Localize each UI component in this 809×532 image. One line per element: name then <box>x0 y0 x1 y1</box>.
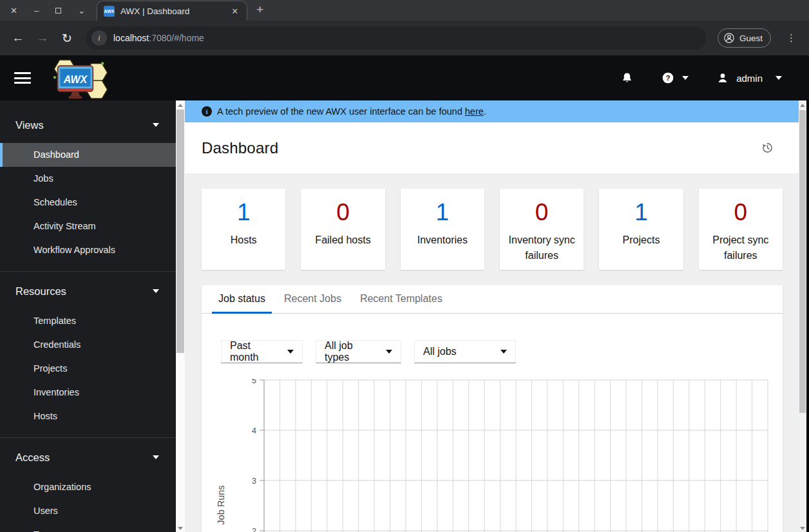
nav-items: DashboardJobsSchedulesActivity StreamWor… <box>0 143 176 262</box>
nav-toggle-hamburger-icon[interactable] <box>14 72 31 84</box>
summary-cards-row: 1Hosts0Failed hosts1Inventories0Inventor… <box>185 173 799 270</box>
card-value: 1 <box>436 198 450 227</box>
awx-logo[interactable]: AWX <box>44 59 111 100</box>
refresh-history-button[interactable] <box>759 140 776 157</box>
tab-job-status[interactable]: Job status <box>212 286 272 314</box>
select-value: All job types <box>325 340 372 363</box>
chevron-down-icon <box>386 350 392 354</box>
card-label: Failed hosts <box>315 233 370 248</box>
sidebar-item-hosts[interactable]: Hosts <box>0 404 176 428</box>
nav-group-title-resources[interactable]: Resources <box>0 278 176 304</box>
window-close-button[interactable]: ✕ <box>10 6 17 15</box>
profile-guest-button[interactable]: Guest <box>718 28 771 48</box>
svg-text:Job Runs: Job Runs <box>216 485 226 524</box>
sidebar-item-inventories[interactable]: Inventories <box>0 381 176 404</box>
page-scrollbar-thumb[interactable] <box>799 110 806 413</box>
sidebar-item-schedules[interactable]: Schedules <box>0 191 176 214</box>
bell-icon <box>621 71 633 84</box>
help-dropdown[interactable]: ? <box>661 71 689 84</box>
nav-group-views: ViewsDashboardJobsSchedulesActivity Stre… <box>0 112 176 272</box>
username-label: admin <box>736 73 763 84</box>
page-scrollbar[interactable] <box>799 100 806 532</box>
summary-card-inventory-sync-failures[interactable]: 0Inventory sync failures <box>500 189 584 270</box>
banner-text: A tech preview of the new AWX user inter… <box>217 106 486 117</box>
profile-guest-label: Guest <box>739 33 763 43</box>
back-button[interactable]: ← <box>8 28 28 48</box>
filter-select-all-job-types[interactable]: All job types <box>316 340 401 363</box>
card-label: Hosts <box>231 233 257 248</box>
nav-items: OrganizationsUsersTeams <box>0 475 176 532</box>
browser-tab-awx-dashboard[interactable]: AWX AWX | Dashboard ✕ <box>97 1 247 21</box>
chevron-down-icon <box>500 350 507 354</box>
sidebar-item-users[interactable]: Users <box>0 499 176 523</box>
window-minimize-button[interactable]: – <box>34 6 39 15</box>
page-title: Dashboard <box>202 139 278 157</box>
sidebar-item-credentials[interactable]: Credentials <box>0 333 176 357</box>
filter-select-past-month[interactable]: Past month <box>221 340 303 363</box>
tab-overview-button[interactable]: ⌄ <box>78 6 85 15</box>
card-value: 0 <box>336 198 350 227</box>
sidebar-item-dashboard[interactable]: Dashboard <box>0 143 176 167</box>
chevron-down-icon <box>776 76 782 80</box>
notifications-button[interactable] <box>621 71 633 84</box>
sidebar-item-workflow-approvals[interactable]: Workflow Approvals <box>0 238 176 262</box>
summary-card-projects[interactable]: 1Projects <box>599 189 683 270</box>
select-value: Past month <box>230 340 273 363</box>
tab-recent-jobs[interactable]: Recent Jobs <box>278 286 348 314</box>
sidebar-scrollbar-thumb[interactable] <box>176 109 184 353</box>
history-icon <box>761 142 774 154</box>
sidebar-item-jobs[interactable]: Jobs <box>0 167 176 191</box>
nav-group-label: Access <box>15 451 50 464</box>
sidebar-item-templates[interactable]: Templates <box>0 309 176 333</box>
nav-group-resources: ResourcesTemplatesCredentialsProjectsInv… <box>0 272 176 438</box>
chevron-down-icon <box>153 289 159 293</box>
site-info-icon[interactable]: i <box>91 30 107 46</box>
svg-text:3: 3 <box>252 477 256 486</box>
chevron-down-icon <box>153 123 159 127</box>
summary-card-inventories[interactable]: 1Inventories <box>401 189 484 270</box>
svg-text:AWX: AWX <box>63 74 88 85</box>
card-value: 1 <box>237 198 251 227</box>
reload-button[interactable]: ↻ <box>57 28 77 48</box>
tech-preview-banner: i A tech preview of the new AWX user int… <box>185 100 799 122</box>
user-menu-dropdown[interactable]: admin <box>717 72 782 84</box>
new-tab-button[interactable]: + <box>256 3 263 21</box>
sidebar-scrollbar[interactable] <box>176 100 185 532</box>
awx-masthead: AWX ? admin <box>0 55 809 100</box>
nav-group-title-views[interactable]: Views <box>0 112 176 138</box>
chevron-down-icon <box>153 455 159 459</box>
sidebar-item-projects[interactable]: Projects <box>0 357 176 381</box>
card-label: Inventories <box>417 233 468 248</box>
browser-toolbar: ← → ↻ i localhost:7080/#/home Guest ⋮ <box>0 21 809 55</box>
card-value: 0 <box>734 198 748 227</box>
scroll-up-arrow[interactable] <box>176 100 185 109</box>
forward-button[interactable]: → <box>32 28 53 48</box>
filter-select-all-jobs[interactable]: All jobs <box>414 340 516 363</box>
address-bar[interactable]: i localhost:7080/#/home <box>86 26 706 50</box>
summary-card-project-sync-failures[interactable]: 0Project sync failures <box>699 189 783 270</box>
card-label: Project sync failures <box>703 233 779 263</box>
sidebar-item-organizations[interactable]: Organizations <box>0 475 176 499</box>
scroll-down-arrow[interactable] <box>176 524 185 532</box>
card-label: Inventory sync failures <box>504 233 580 263</box>
sidebar-item-activity-stream[interactable]: Activity Stream <box>0 214 176 238</box>
nav-group-label: Resources <box>15 285 66 298</box>
tab-title: AWX | Dashboard <box>120 6 224 16</box>
tab-close-icon[interactable]: ✕ <box>229 6 240 16</box>
user-icon <box>717 72 728 84</box>
nav-items: TemplatesCredentialsProjectsInventoriesH… <box>0 309 176 428</box>
page-header: Dashboard <box>185 122 799 173</box>
card-label: Projects <box>623 233 660 248</box>
sidebar-item-teams[interactable]: Teams <box>0 523 176 532</box>
summary-card-hosts[interactable]: 1Hosts <box>202 189 285 270</box>
scroll-up-arrow[interactable] <box>799 100 806 109</box>
tech-preview-link[interactable]: here <box>465 106 484 117</box>
nav-group-title-access[interactable]: Access <box>0 444 176 470</box>
chart-area: 5432Job Runs <box>202 379 783 532</box>
window-maximize-button[interactable] <box>55 8 61 14</box>
tab-recent-templates[interactable]: Recent Templates <box>354 286 449 314</box>
browser-menu-icon[interactable]: ⋮ <box>781 32 801 44</box>
summary-card-failed-hosts[interactable]: 0Failed hosts <box>301 189 385 270</box>
scroll-down-arrow[interactable] <box>799 524 806 532</box>
job-status-card: Job statusRecent JobsRecent Templates Pa… <box>202 285 783 532</box>
